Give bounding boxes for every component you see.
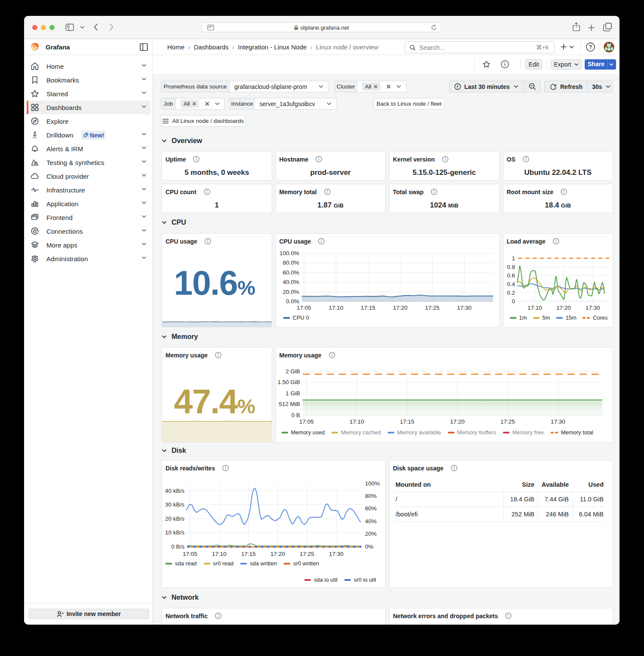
svg-text:17:05: 17:05 [297,305,311,311]
svg-text:17:05: 17:05 [183,551,197,557]
svg-text:1.50 GiB: 1.50 GiB [277,379,300,385]
svg-text:k6: k6 [34,162,37,165]
svg-text:20%: 20% [365,531,377,537]
svg-text:17:25: 17:25 [500,418,515,425]
svg-text:17:25: 17:25 [300,551,314,557]
svg-text:17:15: 17:15 [361,305,375,311]
svg-text:20 kB/s: 20 kB/s [165,516,184,522]
svg-text:80.0%: 80.0% [282,259,299,266]
svg-text:17:20: 17:20 [450,418,465,425]
svg-text:0 B/s: 0 B/s [171,543,184,550]
svg-text:20.0%: 20.0% [282,289,299,295]
svg-text:1 GiB: 1 GiB [285,390,300,397]
svg-text:0: 0 [512,298,515,305]
svg-text:17:20: 17:20 [556,305,571,311]
svg-text:17:15: 17:15 [241,551,256,557]
svg-text:1: 1 [512,255,515,262]
svg-text:10 kB/s: 10 kB/s [165,529,184,536]
svg-text:0.6: 0.6 [507,272,515,279]
svg-text:17:10: 17:10 [212,551,227,557]
svg-text:17:30: 17:30 [586,305,600,311]
svg-text:80%: 80% [365,493,377,499]
svg-text:60%: 60% [365,505,377,512]
svg-text:?: ? [589,44,592,50]
svg-text:512 MiB: 512 MiB [279,401,300,407]
svg-text:2 GiB: 2 GiB [285,368,300,375]
svg-text:60.0%: 60.0% [282,269,299,276]
svg-text:17:20: 17:20 [270,551,285,557]
svg-text:100.0%: 100.0% [279,250,299,256]
svg-text:17:10: 17:10 [350,418,364,425]
svg-text:17:30: 17:30 [329,551,343,557]
svg-text:0.2: 0.2 [507,290,515,296]
svg-text:17:30: 17:30 [551,418,565,425]
svg-text:17:10: 17:10 [527,305,542,311]
svg-text:30 kB/s: 30 kB/s [165,501,184,508]
svg-text:0.0%: 0.0% [286,298,299,305]
svg-text:17:05: 17:05 [299,418,314,425]
svg-text:17:20: 17:20 [393,305,407,311]
svg-text:40.0%: 40.0% [282,279,299,285]
svg-text:0.4: 0.4 [507,281,515,287]
svg-text:40 kB/s: 40 kB/s [165,488,184,494]
svg-text:0.8: 0.8 [507,264,515,270]
svg-text:17:30: 17:30 [457,305,472,311]
svg-text:40%: 40% [365,518,377,525]
svg-text:17:25: 17:25 [425,305,439,311]
svg-text:17:10: 17:10 [328,305,343,311]
svg-text:0 B: 0 B [291,412,300,418]
svg-text:0%: 0% [365,543,374,550]
svg-text:100%: 100% [365,480,380,487]
svg-text:17:15: 17:15 [400,418,414,425]
